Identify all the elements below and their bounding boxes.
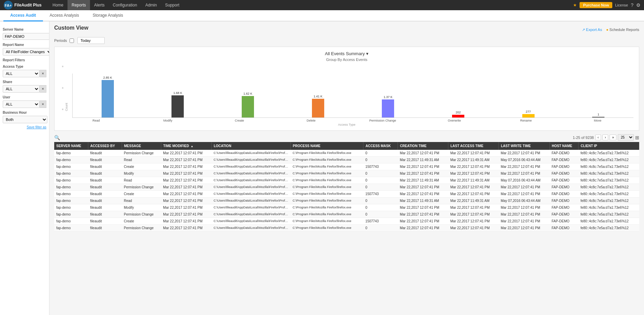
table-search-icon[interactable]: 🔍 (54, 135, 60, 140)
table-row[interactable]: fap-demofileauditPermission ChangeMar 22… (54, 150, 639, 157)
table-row[interactable]: fap-demofileauditPermission ChangeMar 22… (54, 225, 639, 232)
table-row[interactable]: fap-demofileauditCreateMar 22,2017 12:07… (54, 218, 639, 225)
table-row[interactable]: fap-demofileauditReadMar 22,2017 12:07:4… (54, 177, 639, 184)
access-type-label: Access Type (3, 65, 46, 68)
table-cell: fileaudit (88, 218, 122, 225)
user-clear-btn[interactable]: ✕ (40, 100, 46, 108)
table-cell: fe80::4c8c:7e5a:d7a1:73e6%12 (579, 184, 639, 191)
save-filter-link[interactable]: Save filter as (3, 125, 46, 129)
table-cell: Mar 22,2017 12:07:41 PM (398, 150, 448, 157)
col-creation-time[interactable]: CREATION TIME (398, 142, 448, 150)
export-button[interactable]: ↗ Export As (582, 28, 602, 32)
period-label: Periods (54, 38, 67, 43)
app-logo: FA+ FileAudit Plus (3, 0, 42, 10)
table-cell: C:\Users\fileaudit\AppData\Local\Mozilla… (211, 184, 290, 191)
nav-support[interactable]: Support (161, 0, 183, 10)
access-type-clear-btn[interactable]: ✕ (40, 70, 46, 77)
columns-icon[interactable]: ⊞ (635, 135, 639, 140)
col-time-modified[interactable]: TIME MODIFIED ▲ (161, 142, 211, 150)
bar-rect[interactable] (452, 115, 464, 117)
nav-configuration[interactable]: Configuration (109, 0, 141, 10)
bar-rect[interactable] (242, 96, 254, 117)
col-process-name[interactable]: PROCESS NAME (290, 142, 363, 150)
table-cell: 1507743 (363, 163, 398, 170)
table-cell: C:\Users\fileaudit\AppData\Local\Mozilla… (211, 204, 290, 211)
share-select[interactable]: ALL (3, 85, 40, 93)
nav-reports[interactable]: Reports (68, 0, 90, 10)
next-page-button[interactable]: › (602, 135, 608, 140)
table-cell: C:\Users\fileaudit\AppData\Local\Mozilla… (211, 211, 290, 218)
col-accessed-by[interactable]: ACCESSED BY (88, 142, 122, 150)
schedule-button[interactable]: ● Schedule Reports (606, 28, 639, 32)
table-cell: Mar 22,2017 12:07:41 PM (161, 225, 211, 232)
col-host-name[interactable]: HOST NAME (550, 142, 579, 150)
server-name-input[interactable] (3, 33, 49, 40)
table-cell: 0 (363, 170, 398, 177)
tab-access-audit[interactable]: Access Audit (3, 10, 43, 21)
col-location[interactable]: LOCATION (211, 142, 290, 150)
table-cell: Mar 22,2017 12:07:41 PM (161, 218, 211, 225)
table-row[interactable]: fap-demofileauditCreateMar 22,2017 12:07… (54, 163, 639, 170)
report-name-select[interactable]: All File/Folder Changes (3, 48, 49, 56)
tab-access-analysis[interactable]: Access Analysis (43, 10, 86, 21)
x-axis-label: Access Type (60, 123, 633, 126)
settings-button[interactable]: ⚙ (636, 2, 641, 8)
tab-storage-analysis[interactable]: Storage Analysis (86, 10, 130, 21)
table-row[interactable]: fap-demofileauditCreateMar 22,2017 12:07… (54, 191, 639, 198)
chart-title-dropdown[interactable]: All Events Summary ▾ (325, 51, 369, 56)
page-size-select[interactable]: 25 50 100 (618, 134, 634, 141)
table-cell: Mar 22,2017 12:07:41 PM (161, 150, 211, 157)
chart-bars: 2.85 K1.68 K1.62 K1.41 K1.37 K2022771 (72, 74, 633, 118)
table-row[interactable]: fap-demofileauditModifyMar 22,2017 12:07… (54, 170, 639, 177)
table-cell: 0 (363, 211, 398, 218)
table-cell: C:\Program Files\Mozilla Firefox\firefox… (290, 198, 363, 204)
nav-alerts[interactable]: Alerts (90, 0, 109, 10)
period-input[interactable] (77, 37, 105, 44)
last-page-button[interactable]: » (610, 135, 616, 140)
page-title: Custom View (54, 25, 88, 31)
prev-page-button[interactable]: ‹ (595, 135, 601, 140)
table-cell: Read (122, 177, 161, 184)
table-row[interactable]: fap-demofileauditPermission ChangeMar 22… (54, 184, 639, 191)
col-last-write-time[interactable]: LAST WRITE TIME (499, 142, 550, 150)
table-cell: Mar 22,2017 12:07:41 PM (398, 184, 448, 191)
table-row[interactable]: fap-demofileauditPermission ChangeMar 22… (54, 211, 639, 218)
help-button[interactable]: ? (631, 2, 633, 8)
table-row[interactable]: fap-demofileauditReadMar 22,2017 12:07:4… (54, 198, 639, 204)
table-cell: 0 (363, 198, 398, 204)
col-last-access-time[interactable]: LAST ACCESS TIME (448, 142, 499, 150)
table-cell: FAP-DEMO (550, 218, 579, 225)
col-access-mask[interactable]: ACCESS MASK (363, 142, 398, 150)
bar-label: Permission Change (347, 119, 419, 122)
table-cell: May 07,2016 06:43:44 AM (499, 157, 550, 163)
bar-rect[interactable] (312, 99, 324, 117)
bar-rect[interactable] (102, 80, 114, 117)
user-select[interactable]: ALL (3, 100, 40, 108)
table-cell: fap-demo (54, 170, 88, 177)
report-name-row: All File/Folder Changes (3, 48, 46, 56)
share-clear-btn[interactable]: ✕ (40, 85, 46, 93)
table-cell: C:\Program Files\Mozilla Firefox\firefox… (290, 191, 363, 198)
nav-admin[interactable]: Admin (141, 0, 161, 10)
col-message[interactable]: MESSAGE (122, 142, 161, 150)
col-server-name[interactable]: SERVER NAME (54, 142, 88, 150)
col-client-ip[interactable]: CLIENT IP (579, 142, 639, 150)
nav-home[interactable]: Home (48, 0, 68, 10)
bar-label: Rename (490, 119, 562, 122)
business-hour-select[interactable]: Both Business Hours Non-Business Hours (3, 116, 47, 123)
table-cell: 0 (363, 150, 398, 157)
access-type-select[interactable]: ALL (3, 70, 40, 77)
table-row[interactable]: fap-demofileauditModifyMar 22,2017 12:07… (54, 204, 639, 211)
bar-rect[interactable] (592, 117, 604, 117)
bar-rect[interactable] (171, 95, 184, 117)
table-cell: fileaudit (88, 191, 122, 198)
table-cell: Mar 22,2017 12:07:41 PM (161, 184, 211, 191)
bar-rect[interactable] (382, 99, 394, 117)
table-row[interactable]: fap-demofileauditReadMar 22,2017 12:07:4… (54, 157, 639, 163)
table-cell: FAP-DEMO (550, 170, 579, 177)
bar-rect[interactable] (522, 114, 535, 117)
license-button[interactable]: License (615, 3, 628, 7)
bar-label: Move (562, 119, 633, 122)
period-checkbox[interactable] (70, 38, 74, 43)
purchase-button[interactable]: Purchase Now (580, 2, 612, 8)
